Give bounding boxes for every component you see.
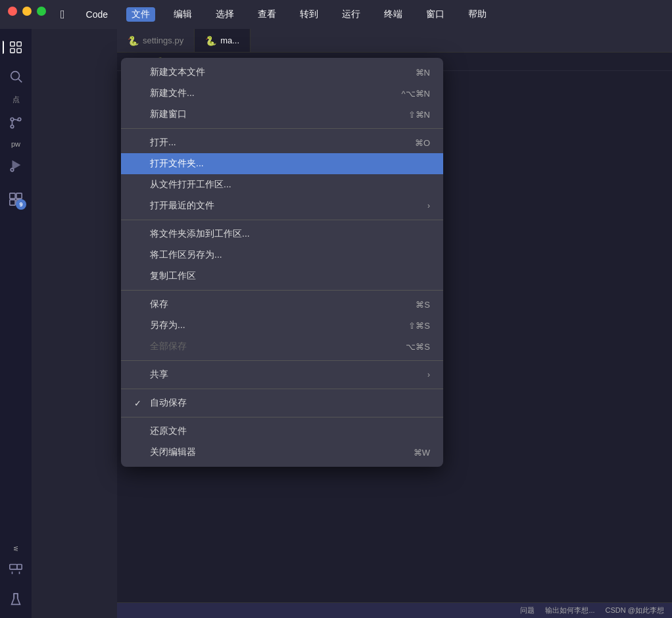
menubar-edit[interactable]: 编辑 <box>168 7 197 22</box>
status-problems: 问题 <box>520 606 535 615</box>
menu-item-label: 保存 <box>150 298 168 310</box>
sidebar-panel <box>32 29 117 618</box>
svg-rect-3 <box>11 49 14 53</box>
menu-open-recent[interactable]: 打开最近的文件 <box>121 195 443 216</box>
remote-icon[interactable] <box>3 555 29 581</box>
menu-item-label: 还原文件 <box>150 425 187 437</box>
menubar-run[interactable]: 运行 <box>337 7 366 22</box>
window-controls <box>8 7 46 16</box>
close-button[interactable] <box>8 7 17 16</box>
menubar:  Code 文件 编辑 选择 查看 转到 运行 终端 窗口 帮助 <box>0 0 672 29</box>
menu-item-label: 新建文本文件 <box>150 66 205 78</box>
menu-shortcut: ⇧⌘S <box>408 321 430 331</box>
svg-rect-16 <box>17 565 22 569</box>
tab-label-main: ma... <box>220 36 239 45</box>
menu-new-text-file[interactable]: 新建文本文件 ⌘N <box>121 62 443 83</box>
apple-menu-icon[interactable]:  <box>60 8 65 22</box>
menu-shortcut: ⌘N <box>416 68 430 78</box>
menu-close-editor[interactable]: 关闭编辑器 ⌘W <box>121 442 443 463</box>
menu-save-workspace-as[interactable]: 将工作区另存为... <box>121 245 443 266</box>
svg-rect-1 <box>17 42 21 46</box>
status-output: 输出如何李想... <box>545 606 594 615</box>
run-debug-icon[interactable] <box>3 152 29 178</box>
extensions-icon[interactable]: 9 <box>3 186 29 212</box>
sidebar-section-label: 点 <box>12 92 20 107</box>
menu-save-all: 全部保存 ⌥⌘S <box>121 336 443 357</box>
menu-item-label: 共享 <box>150 369 168 381</box>
svg-rect-15 <box>10 565 17 569</box>
menu-separator-3 <box>121 290 443 291</box>
menu-duplicate-workspace[interactable]: 复制工作区 <box>121 266 443 287</box>
menu-save-as[interactable]: 另存为... ⇧⌘S <box>121 315 443 336</box>
maximize-button[interactable] <box>37 7 46 16</box>
menubar-view[interactable]: 查看 <box>252 7 281 22</box>
pw-label: pw <box>11 139 20 149</box>
menu-separator-1 <box>121 128 443 129</box>
menu-item-label: 关闭编辑器 <box>150 446 196 458</box>
menu-item-label: 将文件夹添加到工作区... <box>150 228 250 240</box>
menubar-code[interactable]: Code <box>81 8 113 21</box>
menu-new-file[interactable]: 新建文件... ^⌥⌘N <box>121 83 443 104</box>
menubar-selection[interactable]: 选择 <box>210 7 239 22</box>
search-icon[interactable] <box>3 63 29 89</box>
menu-item-label: 打开最近的文件 <box>150 200 214 212</box>
menu-separator-6 <box>121 417 443 417</box>
menu-item-label: 从文件打开工作区... <box>150 179 231 191</box>
minimize-button[interactable] <box>22 7 32 16</box>
menu-shortcut: ⌘W <box>414 448 430 458</box>
python-icon-main: 🐍 <box>205 36 216 46</box>
menu-item-label: 将工作区另存为... <box>150 249 222 261</box>
svg-point-6 <box>11 118 14 121</box>
menu-item-label: 新建文件... <box>150 87 195 99</box>
menu-share[interactable]: 共享 <box>121 364 443 385</box>
w-label: w <box>12 545 20 552</box>
menu-shortcut: ⌘S <box>416 300 430 310</box>
svg-rect-13 <box>10 200 15 205</box>
activity-bar: 点 pw 9 w <box>0 29 32 618</box>
main-layout: 点 pw 9 w <box>0 29 672 618</box>
menu-shortcut: ⇧⌘N <box>408 110 430 120</box>
svg-line-5 <box>18 79 22 82</box>
menu-new-window[interactable]: 新建窗口 ⇧⌘N <box>121 104 443 125</box>
svg-point-7 <box>11 125 14 128</box>
flask-icon[interactable] <box>3 586 29 613</box>
menu-item-label: 新建窗口 <box>150 108 187 120</box>
menu-shortcut: ^⌥⌘N <box>402 89 431 99</box>
menubar-goto[interactable]: 转到 <box>295 7 324 22</box>
extensions-badge: 9 <box>16 199 26 210</box>
submenu-share-arrow-icon <box>427 370 430 379</box>
explorer-icon[interactable] <box>3 34 29 60</box>
menu-item-label: 自动保存 <box>150 397 187 409</box>
tab-bar: 🐍 settings.py 🐍 ma... <box>117 29 672 53</box>
tab-settings-py[interactable]: 🐍 settings.py <box>117 29 195 52</box>
tab-main[interactable]: 🐍 ma... <box>195 29 251 52</box>
tab-label-settings: settings.py <box>143 36 183 45</box>
menu-revert-file[interactable]: 还原文件 <box>121 421 443 442</box>
svg-rect-2 <box>17 49 21 53</box>
menu-shortcut: ⌥⌘S <box>406 342 430 352</box>
source-control-icon[interactable] <box>3 110 29 136</box>
python-icon-settings: 🐍 <box>128 36 139 46</box>
menu-open[interactable]: 打开... ⌘O <box>121 132 443 153</box>
menu-auto-save[interactable]: ✓ 自动保存 <box>121 392 443 414</box>
menu-separator-2 <box>121 220 443 220</box>
menu-open-workspace[interactable]: 从文件打开工作区... <box>121 174 443 195</box>
menubar-file[interactable]: 文件 <box>126 7 155 22</box>
menubar-window[interactable]: 窗口 <box>421 7 450 22</box>
svg-rect-12 <box>16 193 22 199</box>
menubar-terminal[interactable]: 终端 <box>379 7 408 22</box>
status-bar: 问题 输出如何李想... CSDN @如此李想 <box>117 602 672 618</box>
menu-item-label: 打开文件夹... <box>150 158 204 170</box>
submenu-arrow-icon <box>427 201 430 210</box>
menubar-help[interactable]: 帮助 <box>463 7 492 22</box>
auto-save-check-icon: ✓ <box>134 398 145 408</box>
menu-open-folder[interactable]: 打开文件夹... <box>121 153 443 174</box>
menu-separator-5 <box>121 389 443 389</box>
menu-item-label: 打开... <box>150 137 176 149</box>
svg-rect-11 <box>10 193 15 199</box>
menu-item-label: 全部保存 <box>150 341 187 352</box>
menu-save[interactable]: 保存 ⌘S <box>121 294 443 315</box>
menu-item-label: 另存为... <box>150 320 185 331</box>
menu-add-folder-workspace[interactable]: 将文件夹添加到工作区... <box>121 224 443 245</box>
menu-shortcut: ⌘O <box>415 138 430 148</box>
